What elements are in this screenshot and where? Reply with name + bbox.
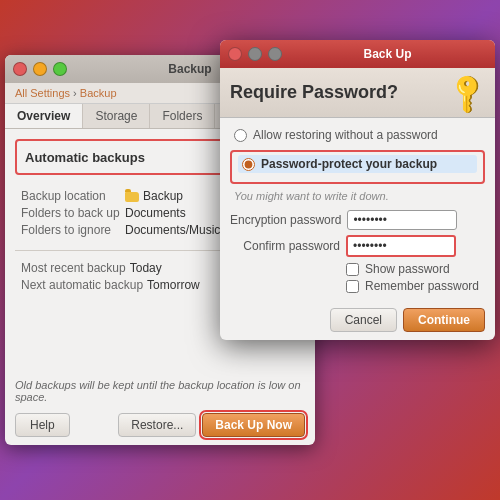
- show-password-checkbox[interactable]: [346, 263, 359, 276]
- dialog-header: Require Password? 🔑: [220, 68, 495, 118]
- auto-backups-label: Automatic backups: [25, 150, 145, 165]
- folders-to-back-up-label: Folders to back up: [21, 206, 121, 220]
- remember-password-label: Remember password: [365, 279, 479, 293]
- dialog-title: Back Up: [288, 47, 487, 61]
- encryption-field-row: Encryption password: [230, 210, 485, 230]
- dialog-close-button[interactable]: [228, 47, 242, 61]
- close-button[interactable]: [13, 62, 27, 76]
- confirm-field-row: Confirm password: [230, 235, 485, 257]
- confirm-input[interactable]: [346, 235, 456, 257]
- most-recent-value: Today: [130, 261, 162, 275]
- help-button[interactable]: Help: [15, 413, 70, 437]
- maximize-button[interactable]: [53, 62, 67, 76]
- show-password-row[interactable]: Show password: [230, 262, 485, 276]
- bottom-buttons: Help Restore... Back Up Now: [15, 413, 305, 437]
- dialog-min-button: [248, 47, 262, 61]
- encryption-input[interactable]: [347, 210, 457, 230]
- restore-button[interactable]: Restore...: [118, 413, 196, 437]
- most-recent-label: Most recent backup: [21, 261, 126, 275]
- radio-no-password[interactable]: [234, 129, 247, 142]
- encryption-label: Encryption password: [230, 213, 341, 227]
- dialog-header-text: Require Password?: [230, 82, 398, 103]
- hint-text: You might want to write it down.: [230, 190, 485, 202]
- folders-to-back-up-value: Documents: [125, 206, 186, 220]
- radio-yes-password-row[interactable]: Password-protect your backup: [238, 155, 477, 173]
- radio-no-password-row[interactable]: Allow restoring without a password: [230, 126, 485, 144]
- remember-password-row[interactable]: Remember password: [230, 279, 485, 293]
- dialog-window: Back Up Require Password? 🔑 Allow restor…: [220, 40, 495, 340]
- right-buttons: Restore... Back Up Now: [118, 413, 305, 437]
- backup-now-button[interactable]: Back Up Now: [202, 413, 305, 437]
- folder-icon: [125, 192, 139, 202]
- backup-location-value: Backup: [143, 189, 183, 203]
- dialog-titlebar: Back Up: [220, 40, 495, 68]
- minimize-button[interactable]: [33, 62, 47, 76]
- breadcrumb-all-settings[interactable]: All Settings: [15, 87, 70, 99]
- radio-no-password-label: Allow restoring without a password: [253, 128, 438, 142]
- dialog-body: Allow restoring without a password Passw…: [220, 118, 495, 304]
- folders-to-ignore-label: Folders to ignore: [21, 223, 121, 237]
- show-password-label: Show password: [365, 262, 450, 276]
- key-icon: 🔑: [443, 68, 491, 116]
- confirm-label: Confirm password: [230, 239, 340, 253]
- remember-password-checkbox[interactable]: [346, 280, 359, 293]
- dialog-max-button: [268, 47, 282, 61]
- backup-location-label: Backup location: [21, 189, 121, 203]
- tab-overview[interactable]: Overview: [5, 104, 83, 128]
- radio-yes-password-label: Password-protect your backup: [261, 157, 437, 171]
- tab-folders[interactable]: Folders: [150, 104, 215, 128]
- breadcrumb-backup: Backup: [80, 87, 117, 99]
- dialog-footer: Cancel Continue: [330, 308, 485, 332]
- continue-button[interactable]: Continue: [403, 308, 485, 332]
- bottom-note: Old backups will be kept until the backu…: [15, 379, 305, 403]
- cancel-button[interactable]: Cancel: [330, 308, 397, 332]
- radio-yes-password-container: Password-protect your backup: [230, 150, 485, 184]
- next-backup-value: Tomorrow: [147, 278, 200, 292]
- tab-storage[interactable]: Storage: [83, 104, 150, 128]
- next-backup-label: Next automatic backup: [21, 278, 143, 292]
- radio-yes-password[interactable]: [242, 158, 255, 171]
